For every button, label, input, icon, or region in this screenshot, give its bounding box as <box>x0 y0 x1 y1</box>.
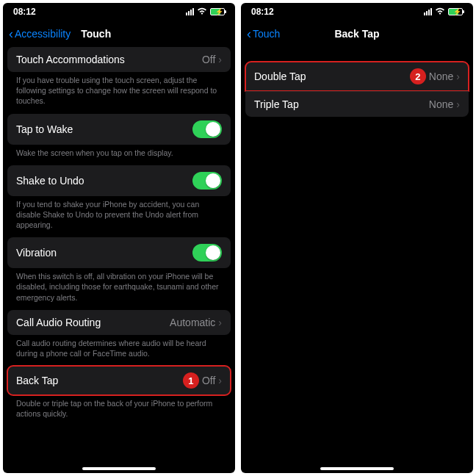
phone-back-tap-settings: 08:12 ⚡ ‹ Touch Back Tap Double Tap 2 No… <box>241 3 473 473</box>
row-footer: If you have trouble using the touch scre… <box>7 72 231 107</box>
settings-list[interactable]: Touch Accommodations Off› If you have tr… <box>3 47 235 473</box>
settings-list[interactable]: Double Tap 2 None› Triple Tap None› <box>241 47 473 473</box>
row-vibration[interactable]: Vibration <box>7 237 231 268</box>
back-label: Touch <box>253 28 280 40</box>
row-label: Shake to Undo <box>16 175 84 187</box>
toggle-tap-to-wake[interactable] <box>192 120 222 138</box>
status-time: 08:12 <box>251 7 274 17</box>
row-footer: Wake the screen when you tap on the disp… <box>7 145 231 158</box>
page-title: Touch <box>81 28 111 40</box>
row-value: None <box>429 71 453 82</box>
wifi-icon <box>197 7 207 17</box>
row-label: Vibration <box>16 247 57 259</box>
row-value: Off <box>202 375 215 386</box>
chevron-left-icon: ‹ <box>9 26 13 42</box>
chevron-right-icon: › <box>218 375 222 386</box>
row-triple-tap[interactable]: Triple Tap None› <box>245 91 469 117</box>
status-bar: 08:12 ⚡ <box>241 3 473 21</box>
chevron-left-icon: ‹ <box>247 26 251 42</box>
row-double-tap[interactable]: Double Tap 2 None› <box>245 62 469 91</box>
row-shake-to-undo[interactable]: Shake to Undo <box>7 165 231 196</box>
status-indicators: ⚡ <box>186 7 225 17</box>
phone-touch-settings: 08:12 ⚡ ‹ Accessibility Touch Touch Acco… <box>3 3 235 473</box>
chevron-right-icon: › <box>456 71 460 82</box>
toggle-vibration[interactable] <box>192 244 222 262</box>
row-footer: If you tend to shake your iPhone by acci… <box>7 196 231 231</box>
row-label: Back Tap <box>16 375 58 386</box>
back-label: Accessibility <box>15 28 71 40</box>
row-back-tap[interactable]: Back Tap 1 Off› <box>7 366 231 395</box>
signal-icon <box>186 8 194 15</box>
battery-icon: ⚡ <box>448 8 463 15</box>
nav-bar: ‹ Touch Back Tap <box>241 21 473 47</box>
status-indicators: ⚡ <box>424 7 463 17</box>
annotation-badge-1: 1 <box>183 372 199 389</box>
chevron-right-icon: › <box>218 317 222 328</box>
toggle-shake-to-undo[interactable] <box>192 172 222 190</box>
home-indicator[interactable] <box>82 467 156 470</box>
nav-bar: ‹ Accessibility Touch <box>3 21 235 47</box>
battery-icon: ⚡ <box>210 8 225 15</box>
status-bar: 08:12 ⚡ <box>3 3 235 21</box>
chevron-right-icon: › <box>456 98 460 110</box>
row-value: Off <box>202 54 215 65</box>
annotation-badge-2: 2 <box>410 68 426 84</box>
row-label: Tap to Wake <box>16 123 73 135</box>
row-footer: Call audio routing determines where audi… <box>7 335 231 358</box>
back-button[interactable]: ‹ Touch <box>247 26 280 42</box>
home-indicator[interactable] <box>320 467 394 470</box>
row-footer: Double or triple tap on the back of your… <box>7 395 231 419</box>
row-value: Automatic <box>170 317 215 328</box>
status-time: 08:12 <box>13 7 36 17</box>
signal-icon <box>424 8 432 15</box>
row-label: Touch Accommodations <box>16 54 125 65</box>
wifi-icon <box>435 7 445 17</box>
row-label: Triple Tap <box>254 98 299 110</box>
row-touch-accommodations[interactable]: Touch Accommodations Off› <box>7 47 231 72</box>
row-label: Double Tap <box>254 71 306 82</box>
row-label: Call Audio Routing <box>16 317 101 328</box>
row-tap-to-wake[interactable]: Tap to Wake <box>7 114 231 145</box>
row-value: None <box>429 98 453 110</box>
back-button[interactable]: ‹ Accessibility <box>9 26 71 42</box>
row-call-audio-routing[interactable]: Call Audio Routing Automatic› <box>7 310 231 335</box>
chevron-right-icon: › <box>218 54 222 65</box>
row-footer: When this switch is off, all vibration o… <box>7 268 231 303</box>
